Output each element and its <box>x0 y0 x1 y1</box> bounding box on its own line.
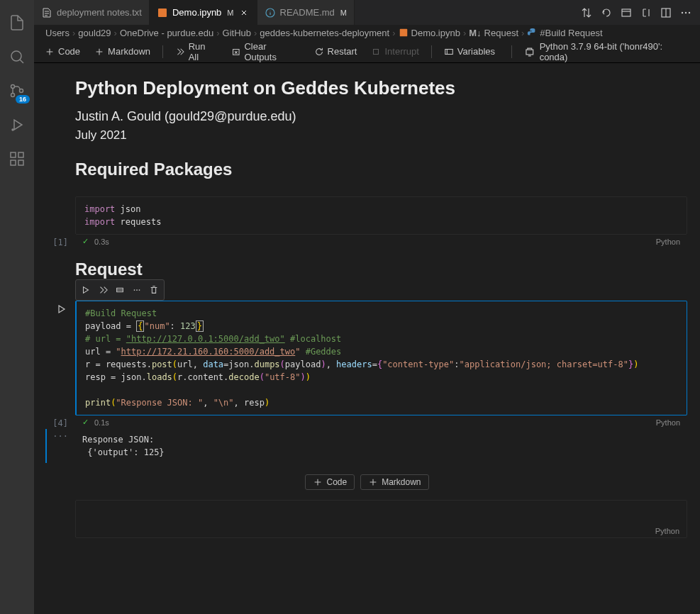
add-markdown-button[interactable]: Markdown <box>360 474 428 490</box>
svg-rect-9 <box>158 9 167 17</box>
code-editor[interactable]: #Build Request payload = {"num": 123} # … <box>77 301 687 415</box>
interrupt-button[interactable]: Interrupt <box>366 44 423 59</box>
layout-icon[interactable] <box>621 7 632 18</box>
svg-rect-16 <box>399 29 407 37</box>
check-icon: ✓ <box>82 418 89 427</box>
undo-icon[interactable] <box>601 7 612 18</box>
svg-rect-19 <box>445 49 453 54</box>
scm-badge: 16 <box>16 95 30 104</box>
insert-cell-buttons: Code Markdown <box>47 474 687 490</box>
cell-output: Response JSON: {'output': 125} <box>77 429 687 463</box>
exec-count <box>47 196 75 199</box>
tab-bar: deployment notes.txt Demo.ipynb M README… <box>34 0 700 25</box>
exec-count: [1] <box>47 235 75 247</box>
explorer-icon[interactable] <box>0 6 34 40</box>
svg-point-15 <box>689 11 690 13</box>
tab-modified-indicator: M <box>340 9 347 17</box>
variables-button[interactable]: Variables <box>439 44 500 59</box>
cell-toolbar <box>75 279 165 301</box>
svg-point-2 <box>11 94 15 97</box>
more-icon[interactable] <box>680 7 691 18</box>
exec-time: 0.1s <box>94 418 109 427</box>
tab-modified-indicator: M <box>227 9 233 17</box>
tab-label: Demo.ipynb <box>172 7 221 18</box>
notebook-icon <box>399 28 409 38</box>
kernel-selector[interactable]: Python 3.7.9 64-bit ('honr490': conda) <box>519 39 694 65</box>
run-debug-icon[interactable] <box>0 108 34 142</box>
exec-count: [4] <box>47 415 75 428</box>
svg-point-4 <box>12 129 13 130</box>
check-icon: ✓ <box>82 237 89 246</box>
svg-point-1 <box>11 85 15 89</box>
add-code-button[interactable]: Code <box>305 474 355 490</box>
author: Justin A. Gould (gould29@purdue.edu) <box>75 109 687 124</box>
add-markdown-button[interactable]: Markdown <box>89 44 155 59</box>
svg-rect-18 <box>374 49 379 54</box>
page-title: Python Deployment on Geddes Kubernetes <box>75 77 687 99</box>
search-icon[interactable] <box>0 40 34 74</box>
delete-cell-icon[interactable] <box>146 282 162 298</box>
section-heading: Required Packages <box>75 160 687 179</box>
svg-rect-11 <box>622 9 630 16</box>
more-icon[interactable] <box>129 282 145 298</box>
compare-icon[interactable] <box>581 7 592 18</box>
tab-label: deployment notes.txt <box>57 7 142 18</box>
tab-demo-ipynb[interactable]: Demo.ipynb M <box>150 0 257 25</box>
notebook-editor[interactable]: Python Deployment on Geddes Kubernetes J… <box>34 63 700 614</box>
run-cell-icon[interactable] <box>78 282 94 298</box>
extensions-icon[interactable] <box>0 142 34 176</box>
clear-outputs-button[interactable]: Clear Outputs <box>226 39 305 65</box>
python-icon <box>527 28 537 38</box>
svg-rect-7 <box>11 160 16 165</box>
exec-time: 0.3s <box>94 238 109 246</box>
run-above-icon[interactable] <box>95 282 111 298</box>
code-cell: #Build Request payload = {"num": 123} # … <box>47 301 687 463</box>
svg-point-13 <box>682 11 683 13</box>
run-all-button[interactable]: Run All <box>170 39 222 65</box>
svg-rect-8 <box>18 160 23 165</box>
svg-point-14 <box>685 11 687 13</box>
code-cell: Python <box>47 500 687 538</box>
tab-label: README.md <box>280 7 335 18</box>
code-editor[interactable] <box>76 501 687 525</box>
svg-point-0 <box>11 51 21 61</box>
markdown-cell-packages[interactable]: Required Packages <box>75 160 687 179</box>
cell-language[interactable]: Python <box>656 238 680 246</box>
output-indicator: ... <box>47 429 75 439</box>
code-cell: import json import requests [1] ✓ 0.3s P… <box>47 196 687 248</box>
add-code-button[interactable]: Code <box>40 44 85 59</box>
date: July 2021 <box>75 128 687 143</box>
markdown-cell-request[interactable]: Request <box>75 259 687 279</box>
restart-button[interactable]: Restart <box>309 44 362 59</box>
tab-readme[interactable]: README.md M <box>257 0 355 25</box>
cell-language[interactable]: Python <box>656 418 680 427</box>
run-button[interactable] <box>47 301 75 315</box>
svg-point-22 <box>134 289 135 291</box>
svg-point-24 <box>139 289 140 291</box>
notebook-toolbar: Code Markdown Run All Clear Outputs Rest… <box>34 40 700 63</box>
tab-deployment-notes[interactable]: deployment notes.txt <box>34 0 150 25</box>
svg-point-23 <box>136 289 138 291</box>
diff-icon[interactable] <box>640 7 652 18</box>
editor-actions <box>572 0 700 25</box>
source-control-icon[interactable]: 16 <box>0 74 34 108</box>
code-editor[interactable]: import json import requests <box>76 197 687 234</box>
svg-rect-6 <box>18 152 23 157</box>
svg-rect-20 <box>526 50 533 55</box>
split-cell-icon[interactable] <box>112 282 128 298</box>
cell-language[interactable]: Python <box>655 527 679 535</box>
section-heading: Request <box>75 259 687 279</box>
svg-rect-5 <box>11 152 16 157</box>
activity-bar: 16 <box>0 0 34 614</box>
close-icon[interactable] <box>238 7 250 18</box>
markdown-cell-title[interactable]: Python Deployment on Geddes Kubernetes J… <box>75 77 687 143</box>
split-icon[interactable] <box>660 7 672 18</box>
